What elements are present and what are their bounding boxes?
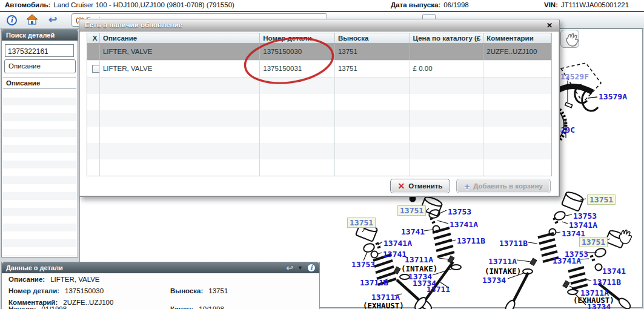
table-cell: LIFTER, VALVE — [100, 44, 260, 60]
diagram-part-label[interactable]: 13711A — [488, 257, 517, 266]
field-label: Начало: — [8, 305, 36, 309]
dialog-title: Есть в наличии обновление — [85, 21, 182, 28]
column-header: Описание — [100, 33, 260, 43]
diagram-part-label[interactable]: 13751 — [579, 237, 608, 247]
table-cell — [483, 61, 551, 77]
diagram-part-label[interactable]: 13741 — [401, 227, 425, 236]
vehicle-value: Land Cruiser 100 - HDJ100,UZJ100 (9801-0… — [53, 1, 234, 8]
column-header: Выноска — [335, 33, 410, 43]
row-checkbox[interactable] — [92, 65, 100, 73]
empty-table-row — [87, 127, 551, 143]
detail-row: Номер детали:1375150030Выноска:13751 — [8, 287, 104, 294]
diagram-part-label[interactable]: 13753 — [351, 260, 375, 269]
diagram-part-label[interactable]: 13711B — [360, 278, 388, 287]
table-row[interactable]: LIFTER, VALVE1375150030137512UZFE..UZJ10… — [87, 44, 551, 61]
diagram-part-label[interactable]: 13734 — [587, 302, 611, 309]
update-parts-table: XОписаниеНомер деталиВыноскаЦена по ката… — [87, 33, 552, 176]
field-value: 1375150030 — [65, 287, 104, 294]
field-label: Конец: — [170, 305, 193, 309]
vin-info: VIN:JT111WJA005001221 — [544, 1, 629, 8]
release-date-info: Дата выпуска:06/1998 — [391, 1, 469, 8]
diagram-part-label[interactable]: 13753 — [573, 211, 597, 221]
release-date-label: Дата выпуска: — [391, 1, 440, 8]
add-to-cart-label: Добавить в корзину — [473, 182, 543, 190]
diagram-part-label[interactable]: 13751 — [397, 205, 426, 216]
diagram-part-label: (EXHAUST) — [363, 301, 404, 309]
field-value: LIFTER, VALVE — [50, 276, 99, 283]
field-label: Описание: — [8, 276, 45, 283]
diagram-part-label[interactable]: 13741A — [553, 256, 581, 265]
part-detail-panel: Данные о детали ↩ ▼ i Описание:LIFTER, V… — [1, 262, 320, 309]
field-label: Номер детали: — [8, 287, 59, 294]
diagram-part-label: (INTAKE) — [485, 267, 521, 276]
cancel-x-icon: ✕ — [398, 181, 405, 191]
column-header: X — [87, 33, 100, 43]
home-icon[interactable] — [25, 14, 39, 26]
diagram-part-label[interactable]: 13711B — [593, 277, 621, 287]
diagram-part-label[interactable]: 13711A — [405, 255, 433, 264]
vehicle-header-bar: Автомобиль:Land Cruiser 100 - HDJ100,UZJ… — [0, 0, 644, 12]
empty-table-row — [87, 143, 551, 159]
field-value: 01/1998 — [42, 305, 67, 309]
search-panel-title: Поиск деталей — [2, 30, 78, 41]
vin-label: VIN: — [544, 1, 558, 8]
search-panel: Поиск деталей Описание Описание — [1, 29, 78, 258]
vehicle-label: Автомобиль: — [5, 1, 50, 8]
empty-table-row — [87, 94, 551, 110]
diagram-part-label[interactable]: 13741 — [602, 267, 626, 276]
vin-value: JT111WJA005001221 — [561, 1, 629, 8]
close-icon[interactable]: ✕ — [545, 21, 554, 30]
cancel-button[interactable]: ✕ Отменить — [390, 179, 451, 193]
table-cell — [87, 61, 100, 77]
field-value: 13751 — [208, 287, 228, 294]
diagram-part-label[interactable]: 13579A — [599, 92, 627, 101]
field-value: 10/1998 — [199, 305, 224, 309]
dialog-titlebar: Есть в наличии обновление ✕ — [79, 19, 559, 32]
update-available-dialog: Есть в наличии обновление ✕ XОписаниеНом… — [79, 19, 560, 197]
diagram-part-label[interactable]: 13741A — [383, 239, 412, 248]
table-cell — [410, 44, 484, 60]
field-value: 2UZFE..UZJ100 — [63, 299, 113, 306]
column-header: Номер детали — [260, 33, 335, 43]
table-row[interactable]: LIFTER, VALVE137515003113751£ 0.00 — [87, 61, 551, 78]
plus-icon: + — [464, 181, 470, 191]
vehicle-info: Автомобиль:Land Cruiser 100 - HDJ100,UZJ… — [5, 1, 234, 8]
results-list — [3, 90, 76, 256]
diagram-part-label[interactable]: 13751 — [587, 194, 616, 205]
diagram-part-label[interactable]: 13734 — [482, 276, 506, 285]
empty-table-row — [87, 159, 551, 176]
empty-table-row — [87, 78, 551, 94]
table-cell: 13751 — [335, 61, 410, 77]
diagram-part-label[interactable]: 13741A — [450, 220, 478, 229]
diagram-part-label[interactable]: 13711A — [371, 293, 400, 302]
detail-back-icon[interactable]: ↩ — [286, 263, 293, 273]
diagram-part-label[interactable]: 13529F — [560, 72, 589, 81]
detail-panel-title: Данные о детали — [6, 264, 63, 271]
table-cell — [87, 44, 100, 60]
diagram-part-label[interactable]: 13711B — [499, 239, 528, 248]
diagram-part-label[interactable]: 13711 — [427, 285, 450, 294]
column-header: Комментарии — [483, 33, 551, 43]
back-icon[interactable]: ↩ — [46, 14, 59, 26]
empty-table-row — [87, 110, 551, 127]
table-cell: 2UZFE..UZJ100 — [483, 44, 551, 60]
info-icon[interactable]: i — [5, 14, 18, 26]
epc-application: Автомобиль:Land Cruiser 100 - HDJ100,UZJ… — [0, 0, 644, 309]
table-header-row: XОписаниеНомер деталиВыноскаЦена по ката… — [87, 33, 551, 44]
release-date-value: 06/1998 — [443, 1, 469, 8]
table-cell: £ 0.00 — [410, 61, 484, 77]
diagram-part-label[interactable]: 13751 — [347, 218, 376, 228]
add-to-cart-button[interactable]: + Добавить в корзину — [456, 179, 551, 193]
field-label: Выноска: — [170, 287, 203, 294]
diagram-part-label[interactable]: 13711B — [457, 236, 485, 245]
diagram-part-label[interactable]: 13753 — [448, 207, 471, 216]
diagram-part-label[interactable]: 13741A — [569, 221, 597, 230]
diagram-part-label[interactable]: 13741 — [383, 250, 407, 259]
part-number-input[interactable] — [5, 44, 74, 57]
search-filter-combobox[interactable]: Описание — [4, 59, 76, 73]
detail-row: Описание:LIFTER, VALVE — [8, 276, 100, 283]
pan-tool-button[interactable] — [560, 30, 579, 48]
chevron-down-icon[interactable]: ▼ — [297, 265, 303, 271]
detail-info-icon[interactable]: i — [307, 264, 316, 272]
table-cell: LIFTER, VALVE — [100, 61, 260, 77]
